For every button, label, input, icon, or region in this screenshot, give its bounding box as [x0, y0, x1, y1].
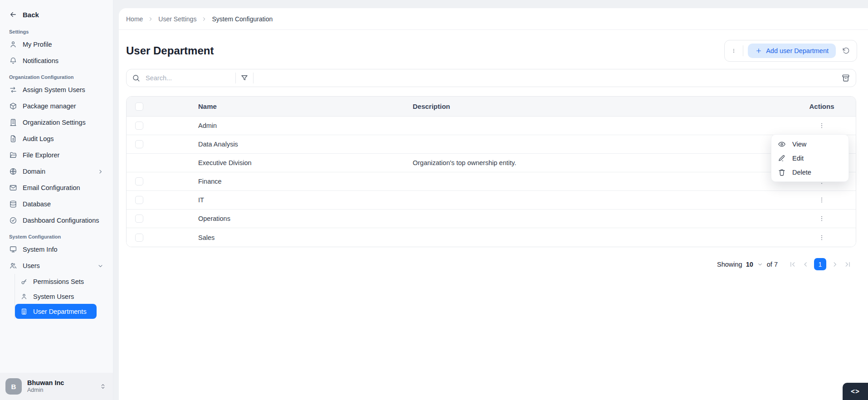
- table-row-finance: Finance: [127, 172, 856, 191]
- users-icon: [9, 262, 17, 270]
- database-icon: [9, 200, 17, 208]
- mail-icon: [9, 184, 17, 192]
- sidebar-item-audit-logs[interactable]: Audit Logs: [5, 131, 107, 147]
- page-size-select[interactable]: 10: [746, 261, 763, 268]
- cell-name: Data Analysis: [152, 141, 413, 148]
- nav-section-label: System Configuration: [9, 234, 107, 239]
- cell-name: Sales: [152, 234, 413, 241]
- row-checkbox[interactable]: [135, 196, 143, 204]
- badge-check-icon: [9, 216, 17, 224]
- sidebar-sublist: Permissions SetsSystem UsersUser Departm…: [15, 274, 97, 319]
- row-actions-kebab[interactable]: [818, 215, 825, 222]
- departments-table: Name Description Actions AdminData Analy…: [126, 96, 856, 247]
- sidebar-item-my-profile[interactable]: My Profile: [5, 36, 107, 53]
- table-body: AdminData AnalysisExecutive DivisionOrga…: [127, 117, 856, 247]
- menu-item-edit[interactable]: Edit: [771, 151, 848, 165]
- sidebar: Back SettingsMy ProfileNotificationsOrga…: [0, 0, 113, 400]
- sidebar-item-label: File Explorer: [23, 151, 104, 159]
- breadcrumb-item-user-settings[interactable]: User Settings: [158, 15, 196, 23]
- package-icon: [9, 102, 17, 110]
- sidebar-item-notifications[interactable]: Notifications: [5, 53, 107, 69]
- current-page-button[interactable]: 1: [814, 258, 826, 270]
- table-header-row: Name Description Actions: [127, 97, 856, 117]
- column-header-actions: Actions: [788, 102, 856, 110]
- menu-item-delete[interactable]: Delete: [771, 165, 848, 179]
- arrow-left-icon: [9, 10, 17, 19]
- pagination-nav: 1: [789, 258, 852, 270]
- row-context-menu: ViewEditDelete: [771, 134, 849, 182]
- sidebar-item-label: Audit Logs: [23, 135, 104, 142]
- sidebar-item-database[interactable]: Database: [5, 196, 107, 212]
- next-page-button[interactable]: [831, 260, 839, 268]
- row-actions-kebab[interactable]: [818, 196, 825, 204]
- back-button[interactable]: Back: [0, 8, 113, 21]
- sidebar-item-permissions-sets[interactable]: Permissions Sets: [15, 274, 97, 289]
- column-header-name: Name: [152, 102, 413, 110]
- select-all-checkbox[interactable]: [135, 102, 143, 111]
- sidebar-item-label: Email Configuration: [23, 184, 104, 191]
- cell-description: Organization's top ownership entity.: [413, 159, 788, 166]
- sidebar-item-label: Domain: [23, 168, 92, 175]
- column-header-description: Description: [413, 102, 788, 110]
- sidebar-item-label: System Users: [33, 293, 93, 300]
- sidebar-item-dashboard-configurations[interactable]: Dashboard Configurations: [5, 212, 107, 229]
- nav-section-label: Organization Configuration: [9, 74, 107, 80]
- showing-label: Showing: [717, 261, 742, 268]
- sidebar-item-label: Users: [23, 262, 92, 269]
- divider: [235, 73, 236, 83]
- first-page-button[interactable]: [789, 260, 797, 268]
- header-kebab-button[interactable]: [729, 46, 738, 55]
- user-card[interactable]: B Bhuwan Inc Admin: [0, 373, 113, 400]
- user-name: Bhuwan Inc: [27, 379, 94, 387]
- sidebar-item-package-manager[interactable]: Package manager: [5, 98, 107, 114]
- user-meta: Bhuwan Inc Admin: [27, 379, 94, 393]
- row-checkbox[interactable]: [135, 215, 143, 223]
- search-icon: [132, 74, 140, 82]
- back-label: Back: [23, 11, 39, 19]
- sidebar-item-email-configuration[interactable]: Email Configuration: [5, 180, 107, 196]
- sidebar-item-label: Notifications: [23, 57, 104, 64]
- row-checkbox[interactable]: [135, 122, 143, 130]
- avatar: B: [5, 378, 22, 395]
- user-icon: [20, 293, 28, 300]
- row-actions-kebab[interactable]: [818, 234, 825, 241]
- row-checkbox[interactable]: [135, 140, 143, 148]
- sidebar-item-system-users[interactable]: System Users: [15, 289, 97, 304]
- folder-icon: [9, 151, 17, 159]
- table-row-admin: Admin: [127, 117, 856, 135]
- add-user-department-button[interactable]: Add user Department: [748, 44, 836, 58]
- user-icon: [9, 40, 17, 49]
- search-bar: [126, 69, 856, 87]
- page-title: User Department: [126, 44, 214, 57]
- nav-section-label: Settings: [9, 29, 107, 34]
- menu-item-label: Delete: [792, 169, 811, 176]
- sidebar-item-users[interactable]: Users: [5, 258, 107, 274]
- prev-page-button[interactable]: [801, 260, 809, 268]
- row-checkbox[interactable]: [135, 177, 143, 185]
- main-content: HomeUser SettingsSystem Configuration Us…: [119, 8, 868, 400]
- refresh-button[interactable]: [842, 47, 850, 55]
- sidebar-item-file-explorer[interactable]: File Explorer: [5, 147, 107, 163]
- sidebar-item-assign-system-users[interactable]: Assign System Users: [5, 82, 107, 98]
- table-row-it: IT: [127, 191, 856, 210]
- page-size-value: 10: [746, 261, 753, 268]
- breadcrumb: HomeUser SettingsSystem Configuration: [119, 8, 868, 30]
- sidebar-item-organization-settings[interactable]: Organization Settings: [5, 114, 107, 131]
- cell-name: IT: [152, 196, 413, 204]
- menu-item-view[interactable]: View: [771, 137, 848, 151]
- sidebar-item-label: System Info: [23, 246, 104, 253]
- row-checkbox[interactable]: [135, 234, 143, 242]
- office-icon: [20, 308, 28, 315]
- building-icon: [9, 118, 17, 127]
- filter-icon[interactable]: [240, 74, 249, 82]
- search-input[interactable]: [145, 74, 231, 82]
- code-toggle-badge[interactable]: <>: [843, 383, 868, 400]
- sidebar-item-user-departments[interactable]: User Departments: [15, 304, 97, 319]
- row-actions-kebab[interactable]: [818, 122, 825, 129]
- last-page-button[interactable]: [844, 260, 852, 268]
- sidebar-item-domain[interactable]: Domain: [5, 163, 107, 180]
- table-row-executive-division: Executive DivisionOrganization's top own…: [127, 154, 856, 172]
- archive-icon[interactable]: [841, 73, 850, 83]
- breadcrumb-item-home[interactable]: Home: [126, 15, 143, 23]
- sidebar-item-system-info[interactable]: System Info: [5, 241, 107, 258]
